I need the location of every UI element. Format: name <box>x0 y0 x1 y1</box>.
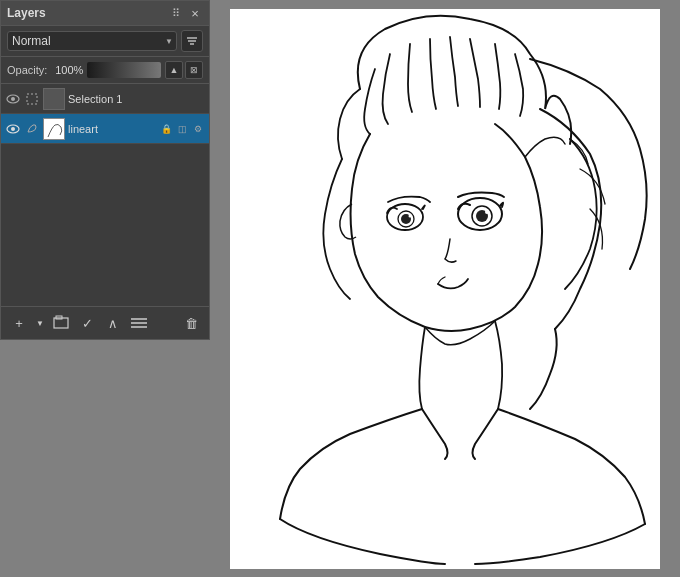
blend-mode-wrapper: Normal Multiply Screen Overlay <box>7 31 177 51</box>
opacity-value: 100% <box>51 64 83 76</box>
layer-type-lineart <box>24 121 40 137</box>
close-icon[interactable]: × <box>187 5 203 21</box>
layers-panel: Layers ⠿ × Normal Multiply Screen Overla… <box>0 0 210 340</box>
svg-point-4 <box>11 97 15 101</box>
options-icon <box>131 317 147 329</box>
svg-point-7 <box>11 127 15 131</box>
layer-thumb-selection1 <box>43 88 65 110</box>
svg-point-16 <box>485 210 489 214</box>
layer-actions-lineart: 🔒 ◫ ⚙ <box>159 122 205 136</box>
panel-title: Layers <box>7 6 46 20</box>
group-icon <box>53 315 69 331</box>
filter-icon <box>186 35 198 47</box>
blend-mode-row: Normal Multiply Screen Overlay <box>1 26 209 57</box>
layer-clip-btn[interactable]: ◫ <box>175 122 189 136</box>
layer-thumb-lineart <box>43 118 65 140</box>
add-layer-button[interactable]: + <box>7 311 31 335</box>
layer-preview-lineart <box>44 119 65 140</box>
delete-layer-button[interactable]: 🗑 <box>179 311 203 335</box>
selection-icon <box>26 93 38 105</box>
panel-header-icons: ⠿ × <box>169 5 203 21</box>
layer-settings-btn[interactable]: ⚙ <box>191 122 205 136</box>
canvas-area <box>210 0 680 577</box>
svg-rect-5 <box>27 94 37 104</box>
layers-list: Selection 1 lineart 🔒 <box>1 84 209 306</box>
panel-header: Layers ⠿ × <box>1 1 209 26</box>
layer-visibility-selection1[interactable] <box>5 91 21 107</box>
opacity-buttons: ▲ ⊠ <box>165 61 203 79</box>
layer-type-selection1 <box>24 91 40 107</box>
blend-mode-select[interactable]: Normal Multiply Screen Overlay <box>7 31 177 51</box>
layer-name-selection1: Selection 1 <box>68 93 205 105</box>
canvas-white <box>230 9 660 569</box>
opacity-label: Opacity: <box>7 64 47 76</box>
merge-layer-button[interactable]: ✓ <box>75 311 99 335</box>
layer-name-lineart: lineart <box>68 123 156 135</box>
eye-icon-lineart <box>6 124 20 134</box>
eye-icon <box>6 94 20 104</box>
layer-lock-btn[interactable]: 🔒 <box>159 122 173 136</box>
layer-visibility-lineart[interactable] <box>5 121 21 137</box>
move-layer-up-button[interactable]: ∧ <box>101 311 125 335</box>
svg-point-20 <box>409 214 412 217</box>
group-layer-button[interactable] <box>49 311 73 335</box>
layer-item-lineart[interactable]: lineart 🔒 ◫ ⚙ <box>1 114 209 144</box>
paint-icon <box>26 123 38 135</box>
layer-options-button[interactable] <box>127 311 151 335</box>
layer-item-selection1[interactable]: Selection 1 <box>1 84 209 114</box>
filter-button[interactable] <box>181 30 203 52</box>
arrange-icon[interactable]: ⠿ <box>169 6 183 20</box>
opacity-up-btn[interactable]: ▲ <box>165 61 183 79</box>
opacity-reset-btn[interactable]: ⊠ <box>185 61 203 79</box>
opacity-row: Opacity: 100% ▲ ⊠ <box>1 57 209 84</box>
opacity-slider[interactable] <box>87 62 161 78</box>
add-layer-dropdown[interactable]: ▼ <box>33 311 47 335</box>
bottom-toolbar: + ▼ ✓ ∧ 🗑 <box>1 306 209 339</box>
lineart-drawing <box>230 9 660 569</box>
